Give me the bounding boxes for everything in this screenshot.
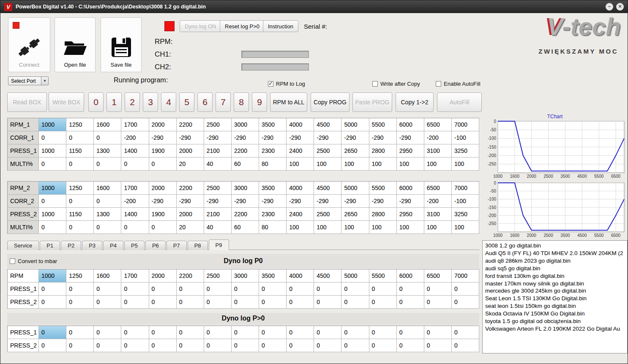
- table-cell[interactable]: 0: [94, 339, 121, 352]
- table-cell[interactable]: 5500: [369, 118, 397, 131]
- table-cell[interactable]: 4500: [314, 118, 341, 131]
- table-cell[interactable]: 0: [121, 296, 149, 309]
- table-cell[interactable]: 2950: [397, 144, 424, 158]
- table-cell[interactable]: 6500: [424, 182, 452, 195]
- table-cell[interactable]: 2200: [232, 208, 259, 221]
- table-cell[interactable]: 60: [232, 221, 259, 234]
- table-cell[interactable]: 0: [287, 326, 314, 339]
- enable-autofill-checkbox[interactable]: Enable AutoFill: [436, 81, 481, 87]
- table-cell[interactable]: 3000: [232, 118, 259, 131]
- connect-button[interactable]: Connect: [8, 17, 50, 72]
- tab-p1[interactable]: P1: [40, 241, 60, 250]
- table-cell[interactable]: 0: [341, 339, 369, 352]
- table-cell[interactable]: 1000: [39, 118, 66, 131]
- table-cell[interactable]: 0: [177, 283, 204, 296]
- table-cell[interactable]: 0: [177, 326, 204, 339]
- table-cell[interactable]: -290: [287, 131, 314, 144]
- table-cell[interactable]: 80: [259, 221, 287, 234]
- table-cell[interactable]: 0: [341, 283, 369, 296]
- table-cell[interactable]: 6000: [397, 182, 424, 195]
- table-cell[interactable]: 7000: [452, 269, 479, 283]
- table-cell[interactable]: 100: [452, 221, 479, 234]
- copy-1-to-2-button[interactable]: Copy 1->2: [396, 92, 434, 112]
- table-cell[interactable]: 5000: [341, 182, 369, 195]
- table-cell[interactable]: 1400: [121, 144, 149, 158]
- digit-button-5[interactable]: 5: [179, 92, 194, 112]
- table-cell[interactable]: 1150: [66, 144, 94, 158]
- table-cell[interactable]: 0: [314, 283, 341, 296]
- table-cell[interactable]: 5500: [369, 182, 397, 195]
- table-cell[interactable]: -290: [397, 195, 424, 208]
- table-cell[interactable]: 0: [94, 131, 121, 144]
- table-cell[interactable]: 2300: [259, 144, 287, 158]
- table-cell[interactable]: 20: [177, 221, 204, 234]
- close-button[interactable]: ✕: [616, 3, 624, 11]
- digit-button-2[interactable]: 2: [125, 92, 140, 112]
- table-cell[interactable]: 100: [341, 221, 369, 234]
- table-cell[interactable]: 2800: [369, 144, 397, 158]
- table-cell[interactable]: 0: [39, 283, 66, 296]
- tab-p5[interactable]: P5: [124, 241, 145, 250]
- table-cell[interactable]: 0: [66, 195, 94, 208]
- table-cell[interactable]: 0: [397, 283, 424, 296]
- table-cell[interactable]: 0: [452, 339, 479, 352]
- table-cell[interactable]: 100: [397, 221, 424, 234]
- table-cell[interactable]: 0: [66, 326, 94, 339]
- table-cell[interactable]: 4500: [314, 182, 341, 195]
- table-cell[interactable]: 1000: [39, 182, 66, 195]
- table-cell[interactable]: 3100: [424, 144, 452, 158]
- digit-button-6[interactable]: 6: [197, 92, 213, 112]
- table-cell[interactable]: 2400: [287, 144, 314, 158]
- table-cell[interactable]: 0: [39, 326, 66, 339]
- dropdown-arrow-icon[interactable]: ▼: [41, 77, 48, 85]
- table-cell[interactable]: 0: [177, 296, 204, 309]
- file-list-item[interactable]: Audi Q5 II (FY FL) 40 TDI MHEV 2.0 150kW…: [485, 250, 625, 257]
- table-cell[interactable]: 0: [149, 296, 177, 309]
- table-cell[interactable]: 1600: [94, 269, 121, 283]
- table-cell[interactable]: 0: [452, 326, 479, 339]
- table-cell[interactable]: 0: [369, 283, 397, 296]
- table-cell[interactable]: 0: [397, 339, 424, 352]
- table-cell[interactable]: 2500: [314, 144, 341, 158]
- table-cell[interactable]: 1000: [39, 144, 66, 158]
- table-cell[interactable]: 2200: [177, 269, 204, 283]
- tab-p2[interactable]: P2: [61, 241, 81, 250]
- table-cell[interactable]: 1000: [39, 269, 66, 283]
- table-cell[interactable]: 4000: [287, 269, 314, 283]
- file-list-item[interactable]: seat leon 1.5tsi 150km go digital.bin: [485, 302, 625, 310]
- table-cell[interactable]: -290: [314, 195, 341, 208]
- table-cell[interactable]: 0: [204, 326, 232, 339]
- table-cell[interactable]: -290: [314, 131, 341, 144]
- table-cell[interactable]: -290: [204, 195, 232, 208]
- tab-p6[interactable]: P6: [145, 241, 166, 250]
- table-cell[interactable]: 2000: [149, 182, 177, 195]
- table-cell[interactable]: 1600: [94, 118, 121, 131]
- table-cell[interactable]: 0: [66, 221, 94, 234]
- file-list-item[interactable]: Volkswagen Arteon FL 2.0 190KM 2022 Go D…: [485, 325, 625, 333]
- table-cell[interactable]: 2200: [232, 144, 259, 158]
- table-cell[interactable]: -200: [424, 131, 452, 144]
- table-cell[interactable]: 2300: [259, 208, 287, 221]
- file-list-item[interactable]: master 170km nowy silnik go digital.bin: [485, 280, 625, 288]
- table-cell[interactable]: 0: [39, 195, 66, 208]
- digit-button-7[interactable]: 7: [216, 92, 231, 112]
- table-cell[interactable]: 7000: [452, 118, 479, 131]
- tab-service[interactable]: Service: [7, 241, 39, 250]
- table-cell[interactable]: 0: [341, 326, 369, 339]
- table-cell[interactable]: 100: [314, 158, 341, 171]
- write-after-copy-checkbox[interactable]: Write after Copy: [372, 81, 420, 87]
- table-cell[interactable]: 0: [66, 283, 94, 296]
- table-cell[interactable]: 0: [232, 326, 259, 339]
- open-file-button[interactable]: Open file: [55, 17, 96, 72]
- table-cell[interactable]: -290: [232, 131, 259, 144]
- table-cell[interactable]: 0: [287, 283, 314, 296]
- table-cell[interactable]: 0: [66, 158, 94, 171]
- table-cell[interactable]: 0: [94, 195, 121, 208]
- table-cell[interactable]: 0: [424, 339, 452, 352]
- table-cell[interactable]: 1400: [121, 208, 149, 221]
- table-cell[interactable]: 0: [149, 339, 177, 352]
- table-cell[interactable]: 0: [204, 283, 232, 296]
- table-cell[interactable]: 1150: [66, 208, 94, 221]
- table-cell[interactable]: 2800: [369, 208, 397, 221]
- table-cell[interactable]: 0: [424, 296, 452, 309]
